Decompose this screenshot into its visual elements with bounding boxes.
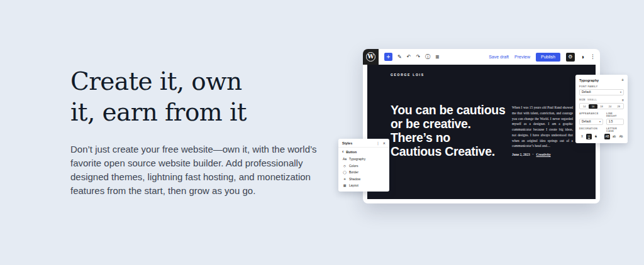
styles-item-label: Typography xyxy=(349,157,365,161)
options-kebab-icon[interactable]: ⋮ xyxy=(590,54,596,60)
styles-panel-actions: ⋮ ✕ xyxy=(376,141,386,145)
styles-item-label: Layout xyxy=(349,183,358,187)
size-label-row: SIZE SMALL ≡ xyxy=(579,98,624,102)
page-title-line2: it, earn from it xyxy=(70,98,247,126)
preview-button[interactable]: Preview xyxy=(514,55,530,59)
editor-toolbar: W + ✎ ↶ ↷ ⓘ ≣ Save draft Preview Publish… xyxy=(363,49,600,65)
styles-back-label: Button xyxy=(346,150,357,154)
typography-icon: Aa xyxy=(343,157,347,161)
letter-case-button-group: AB ab Ab xyxy=(604,134,624,139)
publish-button[interactable]: Publish xyxy=(536,53,560,62)
decoration-underline-button[interactable]: U xyxy=(586,134,592,139)
font-size-option[interactable]: 14 xyxy=(580,104,589,109)
colors-icon: ◇ xyxy=(343,164,347,168)
border-icon: ◯ xyxy=(343,170,347,174)
appearance-value: Default xyxy=(582,120,591,123)
decoration-strikethrough-button[interactable]: S xyxy=(593,134,599,139)
font-family-label: FONT FAMILY xyxy=(579,85,624,88)
save-draft-button[interactable]: Save draft xyxy=(489,55,509,59)
article-excerpt-block[interactable]: When I was 15 years old Paul Rand showed… xyxy=(512,105,573,149)
styles-panel-header: Styles ⋮ ✕ xyxy=(338,139,389,148)
article-category-link[interactable]: Creativity xyxy=(536,153,550,156)
article-date: June 2, 2023 xyxy=(512,153,530,156)
letter-case-uppercase-button[interactable]: AB xyxy=(604,134,610,139)
layout-icon: ▦ xyxy=(343,183,347,187)
styles-item-colors[interactable]: ◇ Colors xyxy=(338,163,389,170)
quote-line: or be creative. xyxy=(391,117,505,131)
list-view-icon[interactable]: ≣ xyxy=(435,55,440,60)
decoration-label: DECORATION xyxy=(579,127,603,132)
font-size-segmented-control: 14 16 18 24 28 xyxy=(579,103,624,109)
quote-line: There’s no xyxy=(391,131,505,144)
quote-line: You can be cautious xyxy=(391,103,505,117)
article-meta: June 2, 2023 · Creativity xyxy=(512,153,573,156)
redo-icon[interactable]: ↷ xyxy=(416,55,420,60)
font-size-option-selected[interactable]: 16 xyxy=(589,104,597,109)
size-label: SIZE xyxy=(579,99,586,101)
appearance-label: APPEARANCE xyxy=(579,112,603,117)
styles-close-icon[interactable]: ✕ xyxy=(383,141,386,145)
hero-copy: Create it, own it, earn from it Don’t ju… xyxy=(70,67,322,198)
details-info-icon[interactable]: ⓘ xyxy=(425,55,430,60)
chevron-down-icon: ▾ xyxy=(620,90,621,94)
page-title-line1: Create it, own xyxy=(70,67,242,95)
font-size-option[interactable]: 24 xyxy=(606,104,614,109)
site-title-block[interactable]: GEORGE LOIS xyxy=(391,73,425,77)
undo-icon[interactable]: ↶ xyxy=(407,55,411,60)
appearance-select[interactable]: Default ▾ xyxy=(579,119,603,125)
shadow-icon: ✳ xyxy=(343,177,347,181)
toolbar-left-group: + ✎ ↶ ↷ ⓘ ≣ xyxy=(384,53,440,61)
styles-back-button[interactable]: ‹ Button xyxy=(338,148,389,156)
decoration-none-button[interactable]: X xyxy=(579,134,585,139)
styles-panel-title: Styles xyxy=(342,141,352,145)
size-settings-icon[interactable]: ≡ xyxy=(622,98,624,102)
typography-panel: Typography + FONT FAMILY Default ▾ SIZE … xyxy=(575,75,628,143)
chevron-left-icon: ‹ xyxy=(342,149,343,154)
font-family-value: Default xyxy=(582,90,591,94)
meta-separator: · xyxy=(533,153,534,156)
styles-item-label: Colors xyxy=(349,164,358,168)
typography-plus-icon[interactable]: + xyxy=(621,78,624,82)
styles-panel: Styles ⋮ ✕ ‹ Button Aa Typography ◇ Colo… xyxy=(338,139,389,192)
line-height-input[interactable]: 1.5 xyxy=(606,119,624,125)
decoration-lettercase-labels: DECORATION LETTER CASE xyxy=(579,127,624,132)
styles-item-layout[interactable]: ▦ Layout xyxy=(338,182,389,189)
chevron-down-icon: ▾ xyxy=(599,120,601,123)
decoration-button-group: X U S xyxy=(579,134,599,139)
article-column: When I was 15 years old Paul Rand showed… xyxy=(512,105,573,156)
half-filled-circle-icon[interactable]: ◑ xyxy=(580,54,584,60)
settings-gear-icon[interactable]: ⚙ xyxy=(566,53,575,62)
typography-panel-title: Typography xyxy=(579,78,599,82)
typography-panel-header: Typography + xyxy=(579,78,624,82)
editor-canvas: GEORGE LOIS You can be cautious or be cr… xyxy=(367,65,596,199)
quote-line: Cautious Creative. xyxy=(391,144,505,158)
font-size-option[interactable]: 28 xyxy=(614,104,623,109)
editor-window: W + ✎ ↶ ↷ ⓘ ≣ Save draft Preview Publish… xyxy=(363,49,600,203)
styles-item-shadow[interactable]: ✳ Shadow xyxy=(338,176,389,183)
quote-heading-block[interactable]: You can be cautious or be creative. Ther… xyxy=(391,103,505,158)
appearance-lineheight-controls: Default ▾ 1.5 xyxy=(579,119,624,125)
styles-item-label: Shadow xyxy=(349,177,360,181)
styles-item-label: Border xyxy=(349,170,358,174)
toolbar-right-group: Save draft Preview Publish ⚙ ◑ ⋮ xyxy=(489,53,596,62)
letter-case-label: LETTER CASE xyxy=(606,127,624,132)
tools-pencil-icon[interactable]: ✎ xyxy=(397,55,402,60)
line-height-label: LINE HEIGHT xyxy=(606,112,624,117)
wordpress-w-glyph: W xyxy=(366,52,375,62)
styles-item-border[interactable]: ◯ Border xyxy=(338,169,389,176)
font-size-option[interactable]: 18 xyxy=(597,104,606,109)
styles-item-typography[interactable]: Aa Typography xyxy=(338,156,389,163)
wordpress-logo-icon[interactable]: W xyxy=(363,49,379,65)
block-inserter-button[interactable]: + xyxy=(384,53,392,61)
decoration-lettercase-controls: X U S AB ab Ab xyxy=(579,134,624,139)
appearance-lineheight-labels: APPEARANCE LINE HEIGHT xyxy=(579,112,624,117)
hero-section: Create it, own it, earn from it Don’t ju… xyxy=(0,0,644,265)
size-current-value: SMALL xyxy=(587,99,597,101)
styles-kebab-icon[interactable]: ⋮ xyxy=(376,141,380,145)
hero-paragraph: Don’t just create your free website—own … xyxy=(70,143,317,198)
page-title: Create it, own it, earn from it xyxy=(70,67,322,128)
letter-case-capitalize-button[interactable]: Ab xyxy=(618,134,624,139)
font-family-select[interactable]: Default ▾ xyxy=(579,89,624,95)
letter-case-lowercase-button[interactable]: ab xyxy=(611,134,617,139)
